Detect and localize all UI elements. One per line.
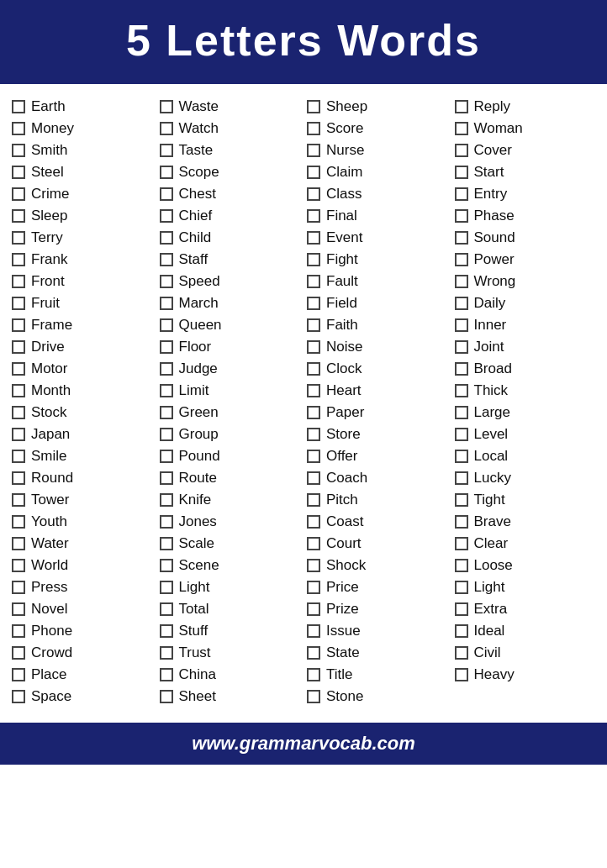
checkbox-icon[interactable] — [160, 515, 173, 529]
checkbox-icon[interactable] — [12, 122, 25, 135]
checkbox-icon[interactable] — [455, 493, 468, 507]
list-item[interactable]: Judge — [156, 358, 304, 380]
list-item[interactable]: China — [156, 664, 304, 686]
checkbox-icon[interactable] — [160, 384, 173, 397]
list-item[interactable]: Shock — [304, 555, 451, 576]
list-item[interactable]: Earth — [8, 96, 156, 118]
checkbox-icon[interactable] — [307, 100, 320, 113]
checkbox-icon[interactable] — [160, 537, 173, 550]
checkbox-icon[interactable] — [307, 668, 320, 681]
list-item[interactable]: Sleep — [8, 205, 156, 227]
list-item[interactable]: Level — [451, 423, 599, 445]
checkbox-icon[interactable] — [455, 668, 468, 681]
checkbox-icon[interactable] — [455, 253, 468, 266]
checkbox-icon[interactable] — [307, 646, 320, 660]
list-item[interactable]: Ideal — [451, 620, 599, 642]
list-item[interactable]: Lucky — [451, 467, 599, 489]
checkbox-icon[interactable] — [455, 450, 468, 463]
list-item[interactable]: Group — [156, 423, 304, 445]
list-item[interactable]: Chest — [156, 183, 304, 205]
checkbox-icon[interactable] — [160, 100, 173, 113]
list-item[interactable]: Joint — [451, 336, 599, 358]
checkbox-icon[interactable] — [455, 602, 468, 616]
list-item[interactable]: Title — [304, 664, 451, 686]
checkbox-icon[interactable] — [455, 581, 468, 594]
list-item[interactable]: Crime — [8, 183, 156, 205]
checkbox-icon[interactable] — [12, 624, 25, 638]
checkbox-icon[interactable] — [455, 209, 468, 223]
list-item[interactable]: Water — [8, 533, 156, 555]
list-item[interactable]: Daily — [451, 292, 599, 314]
list-item[interactable]: Fruit — [8, 292, 156, 314]
list-item[interactable]: Motor — [8, 358, 156, 380]
list-item[interactable]: Pitch — [304, 489, 451, 511]
checkbox-icon[interactable] — [307, 144, 320, 157]
checkbox-icon[interactable] — [307, 384, 320, 397]
checkbox-icon[interactable] — [455, 275, 468, 288]
checkbox-icon[interactable] — [160, 406, 173, 419]
list-item[interactable]: Scene — [156, 555, 304, 576]
checkbox-icon[interactable] — [160, 231, 173, 245]
list-item[interactable]: Fight — [304, 249, 451, 271]
list-item[interactable]: Place — [8, 664, 156, 686]
checkbox-icon[interactable] — [160, 209, 173, 223]
checkbox-icon[interactable] — [307, 690, 320, 703]
checkbox-icon[interactable] — [12, 297, 25, 310]
list-item[interactable]: Watch — [156, 118, 304, 139]
checkbox-icon[interactable] — [307, 187, 320, 201]
checkbox-icon[interactable] — [12, 690, 25, 703]
list-item[interactable]: Stuff — [156, 620, 304, 642]
checkbox-icon[interactable] — [455, 384, 468, 397]
checkbox-icon[interactable] — [307, 122, 320, 135]
list-item[interactable]: Limit — [156, 380, 304, 402]
list-item[interactable]: Woman — [451, 118, 599, 139]
checkbox-icon[interactable] — [160, 253, 173, 266]
checkbox-icon[interactable] — [455, 471, 468, 485]
checkbox-icon[interactable] — [307, 340, 320, 354]
checkbox-icon[interactable] — [307, 166, 320, 179]
list-item[interactable]: Faith — [304, 314, 451, 336]
list-item[interactable]: Clear — [451, 533, 599, 555]
list-item[interactable]: Extra — [451, 598, 599, 620]
checkbox-icon[interactable] — [160, 362, 173, 376]
checkbox-icon[interactable] — [160, 144, 173, 157]
list-item[interactable]: Floor — [156, 336, 304, 358]
list-item[interactable]: Frame — [8, 314, 156, 336]
list-item[interactable]: Chief — [156, 205, 304, 227]
checkbox-icon[interactable] — [455, 187, 468, 201]
list-item[interactable]: Stock — [8, 402, 156, 423]
checkbox-icon[interactable] — [12, 275, 25, 288]
list-item[interactable]: Crowd — [8, 642, 156, 664]
list-item[interactable]: Civil — [451, 642, 599, 664]
checkbox-icon[interactable] — [307, 602, 320, 616]
checkbox-icon[interactable] — [12, 668, 25, 681]
checkbox-icon[interactable] — [455, 406, 468, 419]
checkbox-icon[interactable] — [12, 340, 25, 354]
list-item[interactable]: Tight — [451, 489, 599, 511]
list-item[interactable]: Smile — [8, 445, 156, 467]
list-item[interactable]: Front — [8, 271, 156, 292]
list-item[interactable]: Speed — [156, 271, 304, 292]
checkbox-icon[interactable] — [12, 537, 25, 550]
checkbox-icon[interactable] — [307, 297, 320, 310]
list-item[interactable]: Sound — [451, 227, 599, 249]
list-item[interactable]: Paper — [304, 402, 451, 423]
list-item[interactable]: Green — [156, 402, 304, 423]
checkbox-icon[interactable] — [12, 144, 25, 157]
checkbox-icon[interactable] — [160, 450, 173, 463]
checkbox-icon[interactable] — [12, 231, 25, 245]
checkbox-icon[interactable] — [12, 428, 25, 441]
list-item[interactable]: Drive — [8, 336, 156, 358]
checkbox-icon[interactable] — [160, 166, 173, 179]
list-item[interactable]: Month — [8, 380, 156, 402]
checkbox-icon[interactable] — [307, 318, 320, 332]
list-item[interactable]: Power — [451, 249, 599, 271]
list-item[interactable]: Final — [304, 205, 451, 227]
list-item[interactable]: Offer — [304, 445, 451, 467]
checkbox-icon[interactable] — [455, 297, 468, 310]
list-item[interactable]: Jones — [156, 511, 304, 533]
checkbox-icon[interactable] — [307, 581, 320, 594]
list-item[interactable]: Waste — [156, 96, 304, 118]
checkbox-icon[interactable] — [455, 515, 468, 529]
list-item[interactable]: Inner — [451, 314, 599, 336]
